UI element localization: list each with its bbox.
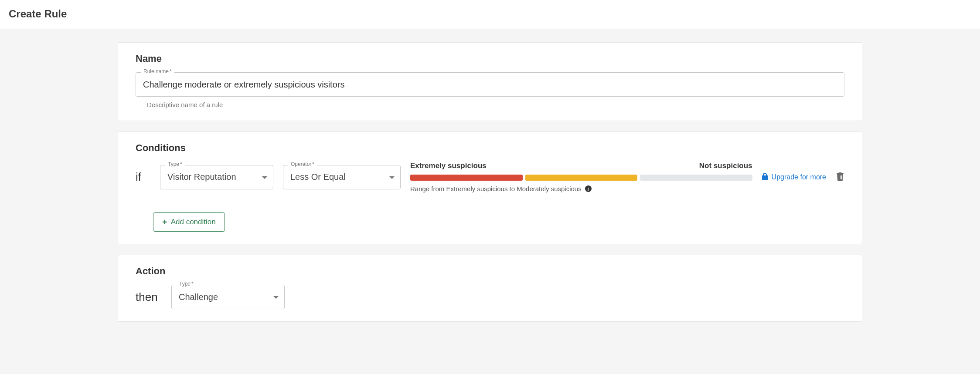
delete-condition-button[interactable] — [836, 172, 844, 183]
name-section-title: Name — [136, 53, 844, 64]
range-segment-extreme — [410, 175, 523, 181]
condition-operator-label: Operator* — [288, 161, 317, 167]
name-card: Name Rule name* Descriptive name of a ru… — [118, 42, 862, 121]
range-caption-text: Range from Extremely suspicious to Moder… — [410, 185, 582, 192]
required-asterisk: * — [312, 161, 314, 167]
range-caption: Range from Extremely suspicious to Moder… — [410, 185, 752, 192]
plus-icon: + — [162, 218, 167, 226]
action-card: Action then Type* Challenge — [118, 255, 862, 322]
required-asterisk: * — [170, 68, 172, 74]
add-condition-label: Add condition — [171, 218, 216, 226]
action-section-title: Action — [136, 266, 844, 277]
action-type-label-text: Type — [179, 281, 191, 287]
rule-name-field-wrap: Rule name* — [136, 72, 844, 97]
condition-type-label-text: Type — [168, 161, 179, 167]
condition-row: if Type* Visitor Reputation Operator* Le… — [136, 162, 844, 192]
action-type-value: Challenge — [179, 292, 218, 302]
chevron-down-icon — [262, 176, 267, 179]
condition-type-value: Visitor Reputation — [167, 172, 236, 182]
rule-name-label-text: Rule name — [143, 68, 169, 74]
action-type-select-wrap: Type* Challenge — [171, 285, 285, 309]
upgrade-block: Upgrade for more — [762, 173, 826, 182]
action-type-select[interactable]: Challenge — [171, 285, 285, 309]
lock-icon — [762, 173, 768, 182]
required-asterisk: * — [180, 161, 182, 167]
condition-operator-label-text: Operator — [291, 161, 311, 167]
range-label-left: Extremely suspicious — [410, 162, 487, 170]
reputation-range-slider[interactable] — [410, 175, 752, 181]
content-area: Name Rule name* Descriptive name of a ru… — [0, 29, 980, 350]
chevron-down-icon — [273, 296, 279, 299]
condition-operator-select[interactable]: Less Or Equal — [283, 165, 401, 189]
range-segment-moderate — [525, 175, 638, 181]
action-type-label: Type* — [177, 281, 196, 287]
trash-icon — [836, 172, 844, 181]
condition-type-label: Type* — [165, 161, 185, 167]
conditions-section-title: Conditions — [136, 142, 844, 154]
add-condition-button[interactable]: + Add condition — [153, 212, 225, 232]
if-keyword: if — [136, 170, 150, 184]
condition-operator-select-wrap: Operator* Less Or Equal — [283, 165, 401, 189]
conditions-card: Conditions if Type* Visitor Reputation O… — [118, 131, 862, 244]
info-icon[interactable]: i — [585, 185, 592, 192]
range-labels: Extremely suspicious Not suspicious — [410, 162, 752, 170]
chevron-down-icon — [389, 176, 395, 179]
page-title: Create Rule — [9, 8, 971, 20]
condition-type-select-wrap: Type* Visitor Reputation — [160, 165, 273, 189]
reputation-range-block: Extremely suspicious Not suspicious Rang… — [410, 162, 752, 192]
condition-operator-value: Less Or Equal — [290, 172, 346, 182]
rule-name-helper: Descriptive name of a rule — [147, 101, 844, 108]
range-segment-notsuspicious — [640, 175, 752, 181]
rule-name-label: Rule name* — [141, 68, 174, 74]
upgrade-link[interactable]: Upgrade for more — [772, 173, 826, 181]
then-keyword: then — [136, 290, 162, 304]
action-row: then Type* Challenge — [136, 285, 844, 309]
required-asterisk: * — [191, 281, 194, 287]
range-label-right: Not suspicious — [699, 162, 752, 170]
page-header: Create Rule — [0, 0, 980, 29]
condition-type-select[interactable]: Visitor Reputation — [160, 165, 273, 189]
rule-name-input[interactable] — [136, 72, 844, 97]
